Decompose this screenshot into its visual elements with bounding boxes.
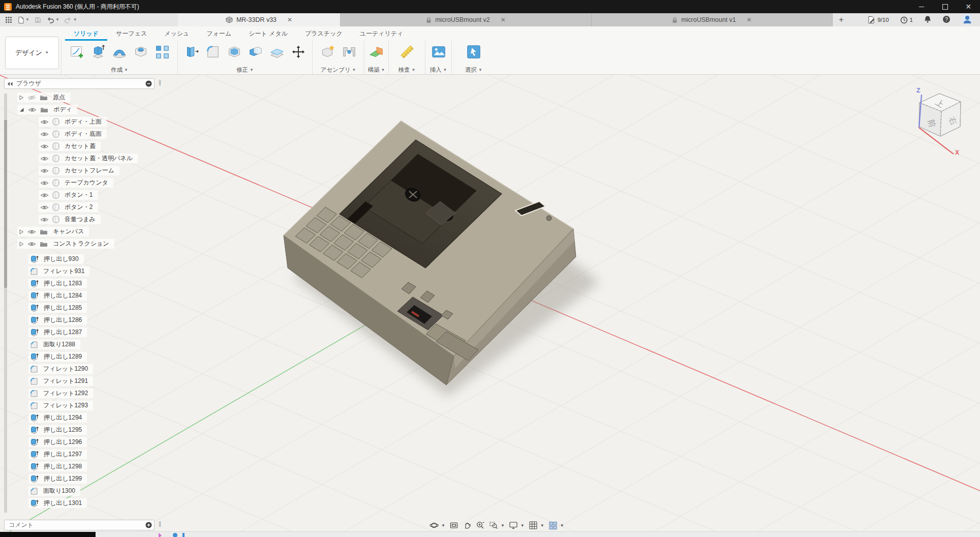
visibility-on-icon[interactable]: [40, 131, 49, 137]
caret-down-icon[interactable]: ▼: [520, 523, 525, 528]
feature-item[interactable]: 押し出し1298: [28, 462, 87, 471]
viewcube[interactable]: Z X 上 前 右: [901, 79, 977, 156]
display-settings-icon[interactable]: [507, 520, 519, 531]
timeline-strip[interactable]: [0, 531, 980, 537]
caret-down-icon[interactable]: ▼: [540, 523, 544, 528]
feature-item[interactable]: 面取り1300: [28, 486, 80, 496]
ribbon-group-label[interactable]: 修正▼: [236, 66, 254, 74]
viewport-canvas[interactable]: [0, 74, 980, 537]
grid-display-icon[interactable]: [527, 520, 539, 531]
browser-tree-item[interactable]: ボディ・底面: [39, 129, 107, 139]
create-sketch-icon[interactable]: [66, 42, 87, 62]
document-tab[interactable]: microUSBmount v1 ✕: [592, 13, 833, 26]
feature-item[interactable]: フィレット1293: [28, 401, 93, 410]
browser-panel-header[interactable]: ブラウザ: [4, 78, 155, 89]
browser-tree-item[interactable]: 音量つまみ: [39, 215, 101, 224]
feature-item[interactable]: 面取り1288: [28, 340, 80, 349]
ribbon-group-label[interactable]: 作成▼: [111, 66, 128, 74]
redo-icon[interactable]: ▼: [64, 16, 77, 24]
offset-face-icon[interactable]: [266, 42, 288, 62]
zoom-icon[interactable]: [474, 520, 486, 531]
measure-icon[interactable]: [396, 42, 418, 62]
look-at-icon[interactable]: [448, 520, 460, 531]
browser-tree-item[interactable]: キャンバス: [17, 227, 89, 236]
comment-bar[interactable]: コメント: [4, 520, 155, 530]
panel-resize-grip[interactable]: ∥: [159, 79, 162, 86]
ribbon-tab[interactable]: メッシュ: [156, 27, 198, 41]
browser-tree-item[interactable]: ボタン・2: [39, 202, 98, 212]
new-tab-button[interactable]: +: [833, 13, 850, 26]
feature-item[interactable]: 押し出し1296: [28, 437, 87, 447]
shell-icon[interactable]: [224, 42, 245, 62]
combine-icon[interactable]: [245, 42, 266, 62]
document-tab[interactable]: microUSBmount v2 ✕: [341, 13, 592, 26]
visibility-off-icon[interactable]: [27, 95, 36, 101]
fillet-tool-icon[interactable]: [202, 42, 224, 62]
visibility-on-icon[interactable]: [40, 143, 49, 150]
add-comment-icon[interactable]: [145, 522, 152, 528]
feature-item[interactable]: 押し出し1285: [28, 303, 87, 313]
ribbon-group-label[interactable]: 挿入▼: [430, 66, 447, 74]
feature-item[interactable]: フィレット1291: [28, 376, 93, 386]
feature-item[interactable]: 押し出し1289: [28, 352, 87, 362]
panel-resize-grip[interactable]: ∥: [159, 521, 162, 527]
select-icon[interactable]: [463, 42, 484, 62]
browser-tree-item[interactable]: ボディ: [17, 105, 77, 114]
file-menu-icon[interactable]: ▼: [17, 16, 29, 24]
revolve-icon[interactable]: [109, 42, 130, 62]
browser-tree-item[interactable]: テープカウンタ: [39, 178, 113, 188]
feature-item[interactable]: 押し出し1299: [28, 474, 87, 484]
remove-panel-icon[interactable]: [145, 80, 152, 87]
ribbon-group-label[interactable]: 構築▼: [368, 66, 385, 74]
feature-item[interactable]: 押し出し1286: [28, 315, 87, 325]
notifications-bell-icon[interactable]: [924, 15, 931, 24]
ribbon-group-label[interactable]: 検査▼: [399, 66, 416, 74]
visibility-on-icon[interactable]: [40, 180, 49, 186]
undo-icon[interactable]: ▼: [46, 16, 59, 24]
browser-tree-item[interactable]: ボタン・1: [39, 190, 98, 200]
joint-icon[interactable]: [339, 42, 360, 62]
visibility-on-icon[interactable]: [40, 217, 49, 223]
caret-down-icon[interactable]: ▼: [560, 523, 564, 528]
browser-tree-item[interactable]: 原点: [17, 93, 70, 102]
visibility-on-icon[interactable]: [40, 168, 49, 174]
visibility-on-icon[interactable]: [40, 156, 49, 162]
timeline-cursor-icon[interactable]: [182, 533, 185, 537]
visibility-on-icon[interactable]: [40, 204, 49, 211]
expander-open-icon[interactable]: [19, 107, 24, 112]
feature-item[interactable]: フィレット931: [28, 266, 89, 276]
user-avatar[interactable]: [962, 14, 973, 26]
browser-tree-item[interactable]: ボディ・上面: [39, 117, 107, 127]
expander-closed-icon[interactable]: [19, 229, 24, 235]
feature-item[interactable]: 押し出し1287: [28, 327, 87, 337]
tab-close-icon[interactable]: ✕: [501, 16, 506, 23]
collapse-panel-icon[interactable]: [7, 81, 13, 86]
caret-down-icon[interactable]: ▼: [501, 523, 505, 528]
ribbon-tab[interactable]: フォーム: [198, 27, 240, 41]
feature-item[interactable]: フィレット1290: [28, 364, 93, 374]
close-button[interactable]: ✕: [957, 0, 980, 13]
hole-icon[interactable]: [130, 42, 151, 62]
tab-close-icon[interactable]: ✕: [287, 16, 292, 23]
new-component-icon[interactable]: [317, 42, 339, 62]
help-icon[interactable]: ?: [942, 15, 951, 25]
browser-tree-item[interactable]: カセット蓋・透明パネル: [39, 154, 138, 163]
move-icon[interactable]: [288, 42, 309, 62]
ribbon-tab[interactable]: サーフェス: [107, 27, 156, 41]
zoom-window-icon[interactable]: [487, 520, 500, 531]
visibility-on-icon[interactable]: [40, 192, 49, 198]
ribbon-tab[interactable]: ソリッド: [65, 27, 107, 41]
workspace-selector[interactable]: デザイン▼: [5, 37, 59, 69]
extrude-icon[interactable]: [87, 42, 109, 62]
viewports-icon[interactable]: [547, 520, 559, 531]
press-pull-icon[interactable]: [181, 42, 202, 62]
maximize-button[interactable]: [933, 0, 957, 13]
tab-close-icon[interactable]: ✕: [747, 16, 752, 23]
feature-item[interactable]: 押し出し1295: [28, 425, 87, 435]
orbit-icon[interactable]: [428, 520, 440, 531]
browser-tree-item[interactable]: カセット蓋: [39, 141, 101, 151]
feature-item[interactable]: 押し出し1284: [28, 291, 87, 301]
browser-tree-item[interactable]: コンストラクション: [17, 239, 114, 249]
ribbon-group-label[interactable]: 選択▼: [465, 66, 482, 74]
ribbon-group-label[interactable]: アセンブリ▼: [321, 66, 356, 74]
